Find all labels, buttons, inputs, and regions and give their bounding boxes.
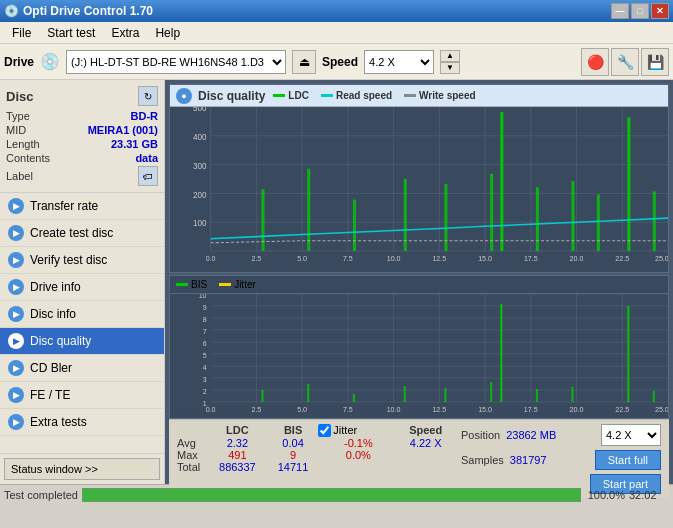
nav-icon-verify: ▶	[8, 252, 24, 268]
speed-down-button[interactable]: ▼	[440, 62, 460, 74]
svg-text:3: 3	[203, 376, 207, 383]
svg-text:25.0 GB: 25.0 GB	[655, 255, 668, 263]
svg-rect-52	[627, 117, 630, 251]
svg-text:500: 500	[193, 107, 207, 113]
disc-type-row: Type BD-R	[6, 110, 158, 122]
samples-row: Samples 381797 Start full	[461, 450, 661, 470]
bottom-chart-area: 10 9 8 7 6 5 4 3 2 1 10% 8% 6%	[170, 294, 668, 414]
bis-legend-color	[176, 283, 188, 286]
toolbar-btn-2[interactable]: 🔧	[611, 48, 639, 76]
nav-icon-create: ▶	[8, 225, 24, 241]
disc-label-icon-button[interactable]: 🏷	[138, 166, 158, 186]
nav-label-cd-bler: CD Bler	[30, 361, 72, 375]
toolbar-btn-1[interactable]: 🔴	[581, 48, 609, 76]
disc-length-label: Length	[6, 138, 40, 150]
top-chart-svg: 500 400 300 200 100 16 X 14 X 12 X 10 X …	[170, 107, 668, 272]
nav-label-drive: Drive info	[30, 280, 81, 294]
menu-help[interactable]: Help	[147, 24, 188, 42]
menu-file[interactable]: File	[4, 24, 39, 42]
stats-total-row: Total 886337 14711	[177, 461, 453, 473]
nav-label-disc-quality: Disc quality	[30, 334, 91, 348]
bis-header: BIS	[268, 424, 319, 437]
svg-text:25.0 GB: 25.0 GB	[655, 406, 668, 413]
top-chart-legend: LDC Read speed Write speed	[273, 90, 475, 101]
avg-speed: 4.22 X	[398, 437, 453, 449]
drive-select[interactable]: (J:) HL-DT-ST BD-RE WH16NS48 1.D3	[66, 50, 286, 74]
close-button[interactable]: ✕	[651, 3, 669, 19]
nav-icon-cd-bler: ▶	[8, 360, 24, 376]
nav-drive-info[interactable]: ▶ Drive info	[0, 274, 164, 301]
svg-text:7.5: 7.5	[343, 255, 353, 263]
svg-text:4: 4	[203, 364, 207, 371]
svg-text:2.5: 2.5	[251, 406, 261, 413]
bottom-section: BIS Jitter	[169, 275, 669, 498]
minimize-button[interactable]: —	[611, 3, 629, 19]
nav-label-verify: Verify test disc	[30, 253, 107, 267]
maximize-button[interactable]: □	[631, 3, 649, 19]
menu-start-test[interactable]: Start test	[39, 24, 103, 42]
svg-text:22.5: 22.5	[615, 255, 629, 263]
max-ldc: 491	[207, 449, 268, 461]
read-speed-legend-label: Read speed	[336, 90, 392, 101]
nav-icon-fe-te: ▶	[8, 387, 24, 403]
nav-verify-test[interactable]: ▶ Verify test disc	[0, 247, 164, 274]
sidebar: Disc ↻ Type BD-R MID MEIRA1 (001) Length…	[0, 80, 165, 484]
disc-type-value: BD-R	[131, 110, 159, 122]
svg-text:2.5: 2.5	[251, 255, 261, 263]
nav-label-fe-te: FE / TE	[30, 388, 70, 402]
nav-disc-quality[interactable]: ▶ Disc quality	[0, 328, 164, 355]
nav-disc-info[interactable]: ▶ Disc info	[0, 301, 164, 328]
avg-ldc: 2.32	[207, 437, 268, 449]
menu-extra[interactable]: Extra	[103, 24, 147, 42]
start-full-button[interactable]: Start full	[595, 450, 661, 470]
avg-jitter: -0.1%	[318, 437, 398, 449]
nav-extra-tests[interactable]: ▶ Extra tests	[0, 409, 164, 436]
nav-fe-te[interactable]: ▶ FE / TE	[0, 382, 164, 409]
svg-text:100: 100	[193, 219, 207, 228]
nav-label-extra: Extra tests	[30, 415, 87, 429]
max-label: Max	[177, 449, 207, 461]
position-label: Position	[461, 429, 500, 441]
read-speed-legend-color	[321, 94, 333, 97]
nav-cd-bler[interactable]: ▶ CD Bler	[0, 355, 164, 382]
legend-jitter: Jitter	[219, 279, 256, 290]
speed-select[interactable]: 4.2 X	[601, 424, 661, 446]
drive-eject-button[interactable]: ⏏	[292, 50, 316, 74]
svg-text:0.0: 0.0	[206, 255, 216, 263]
status-section: Status window >>	[0, 453, 164, 484]
svg-rect-110	[627, 306, 629, 402]
svg-text:12.5: 12.5	[432, 406, 446, 413]
svg-text:2: 2	[203, 388, 207, 395]
nav-label-disc-info: Disc info	[30, 307, 76, 321]
speed-select[interactable]: 4.2 X	[364, 50, 434, 74]
bottom-chart-legend: BIS Jitter	[176, 279, 256, 290]
toolbar-btn-3[interactable]: 💾	[641, 48, 669, 76]
disc-type-label: Type	[6, 110, 30, 122]
status-window-button[interactable]: Status window >>	[4, 458, 160, 480]
total-label: Total	[177, 461, 207, 473]
svg-text:5: 5	[203, 352, 207, 359]
nav-transfer-rate[interactable]: ▶ Transfer rate	[0, 193, 164, 220]
svg-rect-108	[536, 389, 538, 402]
samples-label: Samples	[461, 454, 504, 466]
bottom-chart-header: BIS Jitter	[170, 276, 668, 294]
svg-text:7: 7	[203, 328, 207, 335]
disc-refresh-button[interactable]: ↻	[138, 86, 158, 106]
nav-create-test[interactable]: ▶ Create test disc	[0, 220, 164, 247]
legend-bis: BIS	[176, 279, 207, 290]
ldc-legend-label: LDC	[288, 90, 309, 101]
svg-rect-111	[653, 391, 655, 402]
stats-row: LDC BIS Jitter Speed	[169, 419, 669, 498]
content-area: ● Disc quality LDC Read speed Write spee…	[165, 80, 673, 484]
svg-text:0.0: 0.0	[206, 406, 216, 413]
speed-up-button[interactable]: ▲	[440, 50, 460, 62]
samples-value: 381797	[510, 454, 547, 466]
svg-rect-51	[597, 194, 600, 251]
speed-header: Speed	[398, 424, 453, 437]
jitter-checkbox[interactable]	[318, 424, 331, 437]
max-jitter: 0.0%	[318, 449, 398, 461]
svg-rect-53	[653, 191, 656, 251]
disc-contents-row: Contents data	[6, 152, 158, 164]
nav-icon-extra: ▶	[8, 414, 24, 430]
svg-text:400: 400	[193, 133, 207, 142]
